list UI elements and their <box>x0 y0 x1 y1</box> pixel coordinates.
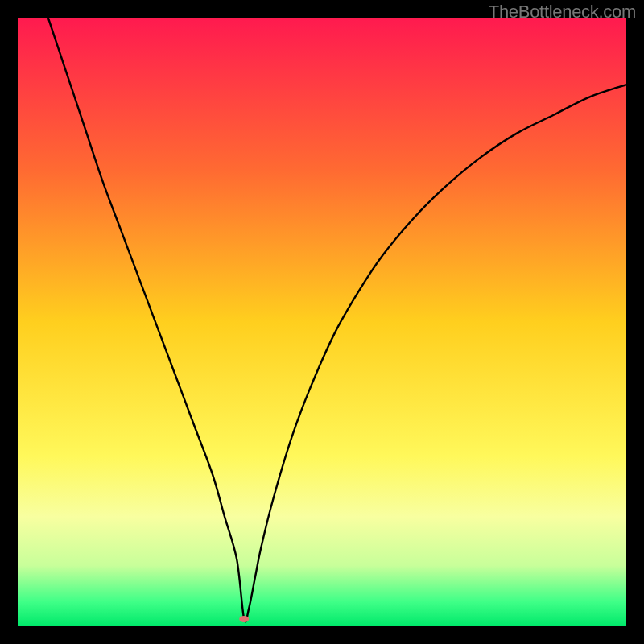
optimum-marker <box>239 616 249 622</box>
chart-svg <box>18 18 626 626</box>
watermark-text: TheBottleneck.com <box>489 2 636 23</box>
chart-background <box>18 18 626 626</box>
chart-frame <box>18 18 626 626</box>
